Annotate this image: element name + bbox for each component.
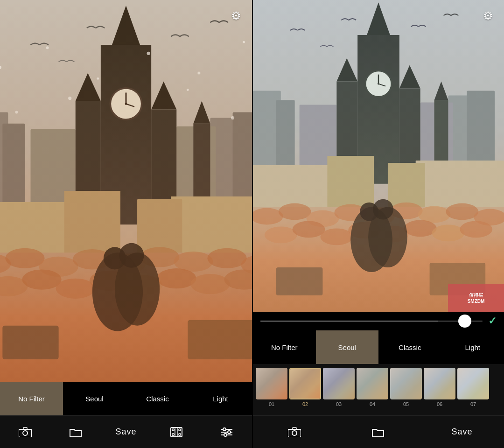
svg-point-55 bbox=[187, 89, 189, 91]
svg-point-124 bbox=[292, 431, 297, 435]
svg-point-44 bbox=[119, 243, 144, 268]
right-slider-area: ✓ bbox=[253, 312, 504, 330]
filter-thumb-06[interactable]: 06 bbox=[424, 368, 455, 407]
thumb-label-05: 05 bbox=[403, 401, 409, 407]
thumb-img-02 bbox=[289, 368, 321, 399]
left-filter-button[interactable] bbox=[166, 422, 187, 442]
right-photo-area: ⚙ 值得买 SMZDM bbox=[253, 0, 504, 312]
right-tab-no-filter[interactable]: No Filter bbox=[253, 330, 316, 364]
right-save-button[interactable]: Save bbox=[451, 427, 472, 437]
left-panel: ⚙ No Filter Seoul Classic Light Save bbox=[0, 0, 252, 448]
svg-rect-61 bbox=[23, 427, 27, 429]
svg-point-48 bbox=[46, 46, 49, 49]
right-photo-svg bbox=[253, 0, 504, 312]
right-tab-classic[interactable]: Classic bbox=[378, 330, 441, 364]
slider-thumb[interactable] bbox=[458, 315, 471, 328]
right-folder-button[interactable] bbox=[368, 422, 388, 442]
svg-point-110 bbox=[320, 228, 353, 245]
thumb-img-03 bbox=[323, 368, 355, 399]
thumb-img-04 bbox=[357, 368, 388, 399]
thumb-preview-07 bbox=[457, 368, 489, 399]
left-folder-button[interactable] bbox=[65, 422, 86, 442]
left-photo-svg bbox=[0, 0, 252, 382]
folder-icon bbox=[70, 427, 82, 437]
left-photo-area: ⚙ bbox=[0, 0, 252, 382]
thumb-img-07 bbox=[457, 368, 489, 399]
filter-thumb-04[interactable]: 04 bbox=[357, 368, 388, 407]
svg-rect-65 bbox=[172, 434, 174, 435]
confirm-button[interactable]: ✓ bbox=[488, 315, 497, 327]
right-folder-icon bbox=[372, 427, 384, 437]
adjust-icon bbox=[221, 427, 233, 437]
slider-fill bbox=[260, 321, 438, 322]
thumb-img-01 bbox=[256, 368, 287, 399]
svg-point-60 bbox=[23, 431, 28, 435]
thumb-preview-01 bbox=[256, 368, 287, 399]
camera-icon bbox=[19, 427, 32, 437]
thumb-preview-06 bbox=[424, 368, 455, 399]
left-settings-button[interactable]: ⚙ bbox=[228, 7, 245, 24]
thumb-img-05 bbox=[390, 368, 422, 399]
right-toolbar: Save bbox=[253, 415, 504, 448]
right-camera-icon bbox=[288, 427, 301, 437]
right-panel: ⚙ 值得买 SMZDM ✓ No Filter Seoul Classic Li… bbox=[252, 0, 504, 448]
svg-point-56 bbox=[231, 116, 234, 119]
thumb-preview-05 bbox=[390, 368, 422, 399]
svg-point-72 bbox=[223, 428, 226, 431]
filter-thumb-03[interactable]: 03 bbox=[323, 368, 355, 407]
right-camera-button[interactable] bbox=[284, 422, 305, 442]
left-tab-classic[interactable]: Classic bbox=[126, 382, 189, 415]
left-adjust-button[interactable] bbox=[217, 422, 237, 442]
filter-thumb-07[interactable]: 07 bbox=[457, 368, 489, 407]
svg-point-25 bbox=[5, 248, 44, 268]
svg-point-119 bbox=[373, 199, 393, 220]
svg-point-109 bbox=[293, 221, 325, 238]
left-scene bbox=[0, 0, 252, 382]
right-settings-button[interactable]: ⚙ bbox=[480, 7, 497, 24]
left-tab-light[interactable]: Light bbox=[189, 382, 252, 415]
svg-rect-120 bbox=[276, 267, 323, 295]
svg-point-50 bbox=[147, 52, 150, 55]
thumb-label-04: 04 bbox=[370, 401, 375, 407]
left-tab-no-filter[interactable]: No Filter bbox=[0, 382, 63, 415]
filter-thumb-01[interactable]: 01 bbox=[256, 368, 287, 407]
svg-rect-63 bbox=[172, 429, 174, 431]
thumb-preview-02 bbox=[290, 369, 320, 399]
svg-point-74 bbox=[224, 434, 227, 436]
svg-point-39 bbox=[190, 274, 230, 294]
svg-point-52 bbox=[243, 41, 245, 43]
svg-point-115 bbox=[460, 221, 492, 238]
right-scene bbox=[253, 0, 504, 312]
left-save-button[interactable]: Save bbox=[115, 427, 136, 437]
filter-strength-slider[interactable] bbox=[260, 321, 483, 322]
right-tab-light[interactable]: Light bbox=[441, 330, 504, 364]
thumb-label-03: 03 bbox=[336, 401, 342, 407]
svg-point-35 bbox=[56, 279, 95, 299]
svg-rect-64 bbox=[179, 429, 181, 431]
svg-point-34 bbox=[22, 269, 61, 289]
svg-point-114 bbox=[432, 224, 465, 241]
svg-point-54 bbox=[68, 97, 71, 100]
svg-point-108 bbox=[265, 226, 297, 243]
left-tab-seoul[interactable]: Seoul bbox=[63, 382, 126, 415]
thumb-label-06: 06 bbox=[437, 401, 442, 407]
filter-thumb-05[interactable]: 05 bbox=[390, 368, 422, 407]
thumb-label-07: 07 bbox=[470, 401, 476, 407]
svg-point-106 bbox=[446, 203, 478, 220]
filter-thumb-02[interactable]: 02 bbox=[289, 368, 321, 407]
svg-rect-46 bbox=[188, 320, 252, 359]
svg-point-100 bbox=[279, 203, 311, 220]
svg-rect-45 bbox=[2, 326, 58, 359]
watermark-text-1: 值得买 bbox=[469, 292, 483, 299]
thumb-label-01: 01 bbox=[269, 401, 274, 407]
svg-rect-66 bbox=[179, 434, 181, 435]
thumb-img-06 bbox=[424, 368, 455, 399]
svg-point-51 bbox=[197, 71, 200, 74]
right-tab-seoul[interactable]: Seoul bbox=[316, 330, 379, 364]
left-camera-button[interactable] bbox=[15, 422, 35, 442]
left-toolbar: Save bbox=[0, 415, 252, 448]
svg-point-113 bbox=[404, 220, 437, 237]
svg-point-73 bbox=[228, 431, 231, 434]
watermark-text-2: SMZDM bbox=[468, 299, 485, 304]
svg-rect-125 bbox=[293, 427, 296, 429]
